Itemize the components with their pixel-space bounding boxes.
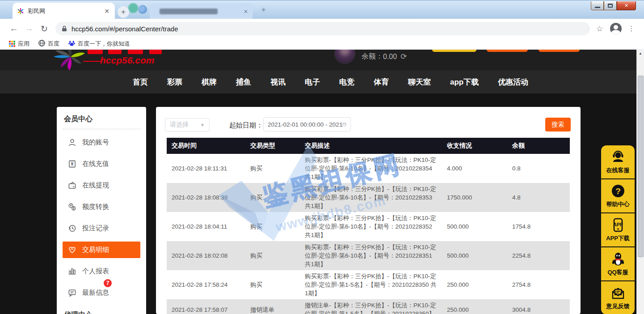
profile-avatar-icon[interactable] [610,23,622,34]
browser-toolbar: ← → ↻ hccp56.com/#/personalCenter/trade … [0,19,644,38]
scrollbar-up-icon[interactable]: ▲ [637,50,644,57]
bookmark-item[interactable]: 百度一下，你就知道 [68,40,130,48]
sidebar-item-额度转换[interactable]: ¥$额度转换 [63,199,140,215]
cut-button-orange[interactable] [487,50,528,52]
report-icon [68,267,82,276]
user-avatar[interactable] [334,50,355,64]
feedback-icon [610,285,626,301]
browser-tab[interactable]: 彩民网 ✕ [13,3,115,19]
nav-item-电子[interactable]: 电子 [305,77,320,87]
balance-value: 0.00 [383,53,397,61]
nav-item-app下载[interactable]: app下载 [450,77,479,87]
svg-text:?: ? [615,187,621,196]
sidebar-item-label: 在线提现 [82,181,109,190]
headset-icon [610,149,626,165]
lock-icon [62,25,67,32]
new-tab-button[interactable]: + [118,6,129,18]
apps-grid-icon [9,41,15,47]
close-button[interactable]: ✕ [617,1,636,10]
reload-icon[interactable]: ↻ [37,24,52,34]
address-bar[interactable]: hccp56.com/#/personalCenter/trade [55,22,590,35]
nav-item-彩票[interactable]: 彩票 [167,77,182,87]
bookmark-item[interactable]: 应用 [9,40,29,48]
table-row: 2021-02-28 18:04:11购买购买彩票-【彩种：三分PK拾】-【玩法… [167,212,570,241]
tab-close-icon[interactable]: ✕ [103,8,110,15]
float-button-APP下载[interactable]: APPAPP下载 [601,213,635,246]
transfer-icon: ¥$ [68,203,82,211]
nav-item-棋牌[interactable]: 棋牌 [202,77,217,87]
cell-time: 2021-02-28 17:58:07 [167,299,245,314]
sidebar-item-交易明细[interactable]: 交易明细 [63,242,140,258]
column-header: 交易类型 [245,138,300,154]
calendar-icon [342,121,346,127]
nav-item-体育[interactable]: 体育 [374,77,389,87]
table-row: 2021-02-28 17:58:07撤销退单撤销注单-【彩种：三分PK拾】-【… [167,299,570,314]
svg-text:¥: ¥ [71,161,74,166]
sidebar-item-在线充值[interactable]: ¥在线充值 [63,156,140,172]
bookmarks-bar: 应用百度百度一下，你就知道 [0,38,644,50]
minimize-button[interactable] [591,1,604,10]
float-button-label: 意见反馈 [606,302,630,310]
column-header: 交易描述 [300,138,442,154]
cell-desc: 购买彩票-【彩种：三分PK拾】-【玩法：PK10-定位胆-定位胆-第6-10名】… [300,154,442,183]
refresh-balance-icon[interactable]: ⟳ [400,52,407,61]
float-button-QQ客服[interactable]: QQ客服 [601,247,635,280]
cell-amount: 250.000 [442,270,507,299]
sidebar-item-投注记录[interactable]: 投注记录 [63,220,140,237]
site-favicon [17,8,24,15]
cell-balance: 2254.8 [507,241,570,270]
nav-item-捕鱼[interactable]: 捕鱼 [236,77,251,87]
type-select[interactable]: 请选择 ▼ [165,118,210,132]
float-button-在线客服[interactable]: 在线客服 [601,145,635,178]
bookmark-item[interactable]: 百度 [38,40,59,48]
cut-button-orange[interactable] [539,50,580,52]
balance-display: 余额： 0.00 ⟳ [362,52,407,61]
nav-item-视讯[interactable]: 视讯 [270,77,286,87]
trade-table: 交易时间交易类型交易描述收支情况余额 2021-02-28 18:11:31购买… [167,138,570,314]
nav-item-聊天室[interactable]: 聊天室 [408,77,431,87]
sidebar-item-我的账号[interactable]: 我的账号 [63,134,140,151]
cut-button-yellow[interactable] [432,50,476,52]
date-range-input[interactable]: 2021-02-01 00:00:00 - 2021 [263,117,351,132]
nav-item-电竞[interactable]: 电竞 [339,77,354,87]
site-banner: ——hccp56.com 余额： 0.00 ⟳ [0,50,636,70]
sidebar-item-label: 个人报表 [82,267,109,276]
scrollbar-thumb[interactable] [638,76,644,257]
site-page: ——hccp56.com 余额： 0.00 ⟳ 首页彩票棋牌捕鱼视讯电子电竞体育… [0,50,636,314]
sidebar-item-个人报表[interactable]: 个人报表 [63,263,140,280]
cell-amount: 500.000 [442,241,507,270]
table-row: 2021-02-28 18:02:08购买购买彩票-【彩种：三分PK拾】-【玩法… [167,241,570,270]
sidebar-item-label: 交易明细 [82,246,109,254]
background-status-dot [128,3,138,13]
forward-icon[interactable]: → [21,24,37,34]
search-button[interactable]: 搜索 [545,118,571,132]
window-titlebar: ✕ + ✕ 彩民网 ✕ + [0,0,644,19]
sidebar-item-在线提现[interactable]: 在线提现 [63,177,140,194]
maximize-button[interactable] [604,1,617,10]
sidebar-item-最新信息[interactable]: 最新信息7 [63,284,140,301]
browser-menu-icon[interactable]: ⋮ [628,25,635,33]
float-button-意见反馈[interactable]: 意见反馈 [601,281,635,314]
cell-time: 2021-02-28 18:08:39 [167,183,245,212]
cell-type: 购买 [245,241,300,270]
cell-desc: 购买彩票-【彩种：三分PK拾】-【玩法：PK10-定位胆-定位胆-第6-10名】… [300,183,442,212]
sidebar-item-label: 最新信息 [82,289,109,297]
balance-label: 余额： [362,52,383,61]
withdraw-icon [68,181,82,190]
qq-icon [610,251,626,267]
sidebar-item-label: 我的账号 [82,138,109,147]
nav-item-优惠活动[interactable]: 优惠活动 [498,77,528,87]
float-button-帮助中心[interactable]: ?帮助中心 [601,179,635,212]
nav-item-首页[interactable]: 首页 [133,77,148,87]
app-download-icon: APP [610,217,626,233]
cell-balance: 3004.8 [507,299,570,314]
background-tab-close-icon: ✕ [244,8,248,15]
back-icon[interactable]: ← [6,24,21,34]
bookmark-star-icon[interactable]: ☆ [596,24,603,34]
cell-amount: 1750.000 [442,183,507,212]
trade-panel: 请选择 ▼ 起始日期： 2021-02-01 00:00:00 - 2021 搜… [156,107,581,314]
background-tab-title-blur [160,8,218,14]
history-icon [68,224,82,233]
cell-desc: 购买彩票-【彩种：三分PK拾】-【玩法：PK10-定位胆-定位胆-第6-10名】… [300,212,442,241]
cell-time: 2021-02-28 18:02:08 [167,241,245,270]
